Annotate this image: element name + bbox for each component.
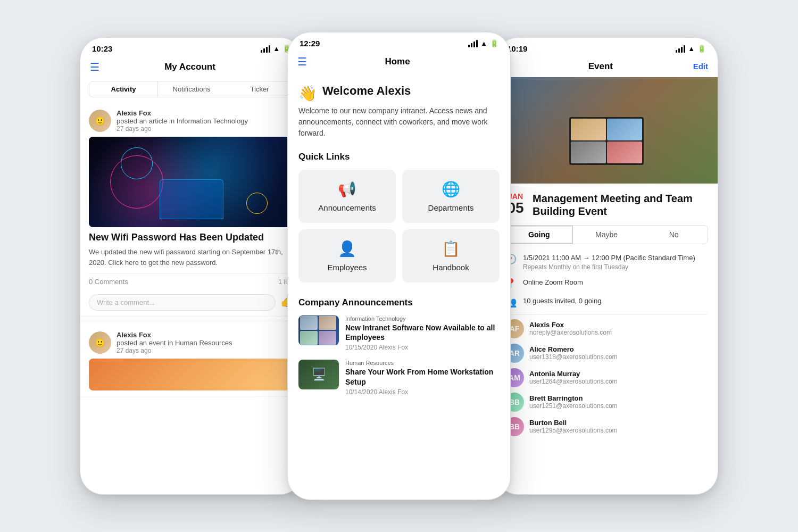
rsvp-going[interactable]: Going: [505, 226, 573, 244]
guest-item-2: AR Alice Romero user1318@axerosolutions.…: [505, 344, 708, 363]
quick-link-employees[interactable]: 👤 Employees: [298, 229, 396, 282]
event-location-row: 📍 Online Zoom Room: [505, 277, 708, 289]
event-datetime-text: 1/5/2021 11:00 AM → 12:00 PM (Pacific St…: [523, 253, 695, 271]
header-title-center: Home: [307, 56, 488, 67]
event-title: Management Meeting and Team Building Eve…: [533, 192, 708, 218]
battery-icon-r: 🔋: [697, 45, 706, 53]
avatar-alexis: 🙂: [89, 110, 111, 132]
ann-meta-1: Information Technology New Intranet Soft…: [345, 315, 500, 351]
announcements-title: Company Announcements: [298, 297, 500, 308]
divider-guests: [505, 314, 708, 315]
phone-center: 12:29 ▲ 🔋 ☰ Home 👋 Welcome Alexis: [287, 32, 511, 500]
handbook-label: Handbook: [433, 263, 469, 272]
feed-user-name: Alexis Fox: [117, 109, 248, 117]
face-3: [571, 142, 606, 163]
status-bar-right: 10:19 ▲ 🔋: [495, 38, 718, 56]
guest-item-1: AF Alexis Fox noreply@axerosolutions.com: [505, 319, 708, 338]
event-datetime-row: 🕐 1/5/2021 11:00 AM → 12:00 PM (Pacific …: [505, 253, 708, 271]
quick-links-grid: 📢 Announcements 🌐 Departments 👤 Employee…: [298, 170, 500, 282]
announcement-1[interactable]: Information Technology New Intranet Soft…: [298, 315, 500, 351]
feed-item-article: 🙂 Alexis Fox posted an article in Inform…: [80, 104, 303, 317]
guest-info-2: Alice Romero user1318@axerosolutions.com: [529, 345, 618, 361]
edit-button[interactable]: Edit: [693, 62, 708, 71]
wifi-icon-c: ▲: [480, 39, 487, 47]
tab-ticker[interactable]: Ticker: [226, 81, 294, 97]
welcome-title: Welcome Alexis: [322, 84, 411, 98]
feed-user-row: 🙂 Alexis Fox posted an article in Inform…: [89, 109, 294, 132]
feed-meta-2: Alexis Fox posted an event in Human Reso…: [117, 331, 232, 354]
hamburger-icon-c[interactable]: ☰: [297, 55, 307, 68]
feed-action: posted an article in Information Technol…: [117, 117, 248, 125]
rsvp-no[interactable]: No: [640, 226, 708, 244]
quick-link-announcements[interactable]: 📢 Announcements: [298, 170, 396, 223]
announcements-icon: 📢: [338, 180, 356, 198]
signal-icon: [261, 45, 270, 53]
ann-title-2: Share Your Work From Home Workstation Se…: [345, 367, 500, 386]
guest-info-5: Burton Bell user1295@axerosolutions.com: [529, 419, 618, 434]
home-content: 👋 Welcome Alexis Welcome to our new comp…: [288, 73, 510, 415]
announcements-label: Announcements: [318, 203, 376, 212]
phone-right: 10:19 ▲ 🔋 ‹ Event Edit: [495, 37, 718, 495]
ann-category-1: Information Technology: [345, 315, 500, 322]
rsvp-bar: Going Maybe No: [505, 225, 708, 244]
article-actions: 0 Comments 1 like: [89, 273, 294, 290]
guest-info-4: Brett Barrington user1251@axerosolutions…: [529, 394, 618, 410]
time-center: 12:29: [300, 39, 320, 48]
feed-user-name-2: Alexis Fox: [117, 331, 232, 339]
divider: [80, 321, 303, 321]
feed-time-2: 27 days ago: [117, 347, 232, 354]
rsvp-maybe[interactable]: Maybe: [573, 226, 641, 244]
employees-icon: 👤: [338, 240, 356, 257]
status-icons-right: ▲ 🔋: [676, 45, 706, 53]
event-image: [495, 77, 718, 184]
laptop-meeting-visual: [495, 98, 718, 184]
phone-left: 10:23 ▲ 🔋 ☰ My Account Activity Notifica…: [80, 37, 303, 495]
ann-byline-2: 10/14/2020 Alexis Fox: [345, 388, 500, 396]
article-desc: We updated the new wifi password startin…: [89, 247, 294, 268]
app-header-left: ☰ My Account: [80, 56, 303, 79]
battery-icon-c: 🔋: [490, 39, 498, 47]
guest-info-3: Antonia Murray user1264@axerosolutions.c…: [529, 370, 618, 385]
guests-section: AF Alexis Fox noreply@axerosolutions.com…: [505, 319, 708, 436]
guest-item-5: BB Burton Bell user1295@axerosolutions.c…: [505, 417, 708, 436]
quick-link-handbook[interactable]: 📋 Handbook: [402, 229, 500, 282]
announcement-2[interactable]: 🖥️ Human Resources Share Your Work From …: [298, 360, 500, 395]
hamburger-icon[interactable]: ☰: [90, 61, 99, 73]
event-preview-image: [89, 359, 294, 390]
event-guests-summary: 10 guests invited, 0 going: [523, 296, 601, 306]
feed-action-2: posted an event in Human Resources: [117, 339, 232, 347]
tab-notifications[interactable]: Notifications: [157, 81, 226, 97]
event-guests-row: 👥 10 guests invited, 0 going: [505, 296, 708, 308]
article-image: [89, 137, 294, 227]
quick-links-title: Quick Links: [298, 152, 500, 162]
face-2: [607, 119, 642, 140]
ann-title-1: New Intranet Software Now Available to a…: [345, 323, 500, 342]
face-4: [607, 142, 642, 163]
ann-meta-2: Human Resources Share Your Work From Hom…: [345, 360, 500, 395]
guest-info-1: Alexis Fox noreply@axerosolutions.com: [529, 321, 612, 336]
guest-item-4: BB Brett Barrington user1251@axerosoluti…: [505, 393, 708, 412]
status-icons-left: ▲ 🔋: [261, 45, 291, 53]
guest-item-3: AM Antonia Murray user1264@axerosolution…: [505, 368, 708, 387]
event-date-title: JAN 05 Management Meeting and Team Build…: [505, 192, 708, 218]
feed-meta: Alexis Fox posted an article in Informat…: [117, 109, 248, 132]
thumb-people-1: [298, 315, 339, 345]
phones-container: 10:23 ▲ 🔋 ☰ My Account Activity Notifica…: [0, 0, 798, 532]
departments-icon: 🌐: [442, 180, 460, 198]
signal-icon-r: [676, 45, 685, 53]
face-1: [571, 119, 606, 140]
avatar-alexis-2: 🙂: [89, 331, 111, 354]
quick-link-departments[interactable]: 🌐 Departments: [402, 170, 500, 223]
article-title: New Wifi Password Has Been Updated: [89, 231, 294, 244]
comment-count: 0 Comments: [89, 278, 128, 286]
comment-input[interactable]: Write a comment...: [89, 294, 276, 311]
tab-activity[interactable]: Activity: [89, 81, 157, 97]
time-left: 10:23: [92, 44, 112, 53]
wifi-icon: ▲: [273, 45, 280, 53]
feed-time: 27 days ago: [117, 125, 248, 132]
comment-row: Write a comment... 👍: [89, 294, 294, 311]
laptop-screen: [569, 117, 644, 165]
app-header-right: ‹ Event Edit: [495, 56, 718, 77]
handbook-icon: 📋: [442, 240, 460, 257]
signal-icon-c: [468, 40, 478, 47]
